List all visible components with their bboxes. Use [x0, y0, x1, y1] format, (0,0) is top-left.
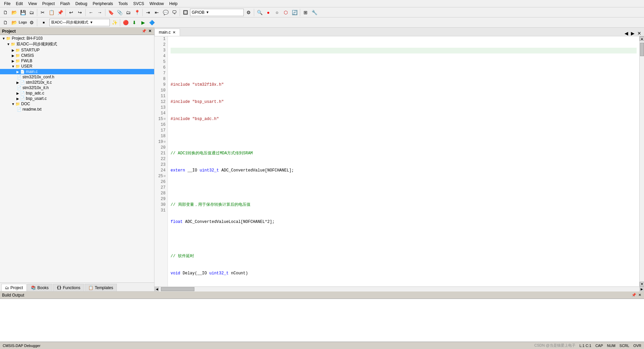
hscroll-thumb[interactable]: [161, 287, 194, 291]
menu-peripherals[interactable]: Peripherals: [90, 1, 116, 7]
tree-fwlb[interactable]: ▶ 📁 FWLB: [0, 58, 154, 64]
tab-books[interactable]: 📚 Books: [27, 284, 52, 291]
editor-tab-mainc[interactable]: main.c ✕: [154, 29, 180, 36]
close-panel-button[interactable]: ✕: [148, 29, 152, 33]
close-editor-tab-icon[interactable]: ✕: [173, 30, 176, 35]
menu-edit[interactable]: Edit: [13, 1, 26, 7]
tab-scroll-left-icon[interactable]: ◀: [623, 31, 630, 36]
cut-button[interactable]: ✂: [39, 8, 47, 16]
tab-close-all-icon[interactable]: ✕: [636, 31, 643, 36]
bookmark2-button[interactable]: 📎: [116, 8, 124, 16]
tree-it-c[interactable]: ▶ 📄 stm32f10x_it.c: [0, 80, 154, 85]
save-all-button[interactable]: 🗂: [28, 8, 36, 16]
tree-root[interactable]: ▼ 📁 Project: BH-F103: [0, 36, 154, 41]
pause-button[interactable]: ○: [273, 8, 281, 16]
bookmark4-button[interactable]: 📍: [133, 8, 141, 16]
scroll-up-button[interactable]: ▲: [640, 36, 644, 41]
logo-button[interactable]: Logo: [19, 18, 27, 27]
menu-window[interactable]: Window: [147, 1, 167, 7]
build-button[interactable]: 🔴: [122, 18, 130, 27]
unindent-button[interactable]: ⇤: [153, 8, 161, 16]
redo-button[interactable]: ↪: [76, 8, 84, 16]
scroll-down-button[interactable]: ▼: [640, 282, 644, 286]
search-button[interactable]: 🔍: [256, 8, 264, 16]
project-settings-button[interactable]: ⚙: [28, 18, 36, 27]
save-button[interactable]: 💾: [19, 8, 27, 16]
tab-functions[interactable]: {} Functions: [53, 284, 84, 291]
expand-root-icon[interactable]: ▼: [1, 37, 6, 40]
hscroll-right-button[interactable]: ▶: [639, 287, 644, 292]
copy-button[interactable]: 📋: [47, 8, 55, 16]
reset-button[interactable]: 🔄: [290, 8, 298, 16]
menu-debug[interactable]: Debug: [73, 1, 90, 7]
menu-file[interactable]: File: [1, 1, 13, 7]
expand-bspadc-icon[interactable]: ▶: [15, 91, 20, 95]
expand-fwlb-icon[interactable]: ▶: [11, 59, 15, 63]
menu-project[interactable]: Project: [40, 1, 57, 7]
download-button[interactable]: ⬇: [130, 18, 138, 27]
uncomment-button[interactable]: 🗨: [170, 8, 178, 16]
comment-button[interactable]: 💬: [162, 8, 170, 16]
expand-itc-icon[interactable]: ▶: [15, 81, 20, 84]
open-project-button[interactable]: 📂: [10, 18, 18, 27]
tree-doc[interactable]: ▼ 📁 DOC: [0, 101, 154, 107]
bookmark3-button[interactable]: 🗂: [124, 8, 132, 16]
target-dropdown[interactable]: GPIOB ▼: [190, 9, 244, 16]
hscroll-left-button[interactable]: ◀: [154, 287, 159, 292]
debug-stop-button[interactable]: 🔷: [148, 18, 156, 27]
code-content[interactable]: #include "stm32f10x.h" #include "bsp_usa…: [168, 36, 639, 286]
scroll-track[interactable]: [640, 41, 644, 282]
tab-templates[interactable]: 📋 Templates: [85, 284, 117, 291]
new-button[interactable]: 🗋: [1, 8, 9, 16]
new-project-button[interactable]: 🗋: [1, 18, 9, 27]
expand-group-icon[interactable]: ▼: [6, 42, 11, 46]
menu-tools[interactable]: Tools: [116, 1, 131, 7]
menu-view[interactable]: View: [26, 1, 40, 7]
menu-svcs[interactable]: SVCS: [131, 1, 147, 7]
expand-user-icon[interactable]: ▼: [11, 65, 15, 68]
fold-19-icon[interactable]: ⊟: [164, 139, 166, 145]
nav-back-button[interactable]: ←: [87, 8, 95, 16]
close-build-button[interactable]: ✕: [638, 293, 642, 297]
tree-group-dual-adc[interactable]: ▼ 📁 双ADC—同步规则模式: [0, 41, 154, 47]
indent-button[interactable]: ⇥: [144, 8, 152, 16]
tree-main-c[interactable]: ▶ 📄 main.c: [0, 69, 154, 74]
tree-bsp-usart[interactable]: ▶ 📄 bsp_usart.c: [0, 96, 154, 101]
pin-button[interactable]: 📌: [141, 29, 147, 33]
project-dropdown[interactable]: 双ADC—同步规则模式 ▼: [49, 19, 110, 26]
tree-user[interactable]: ▼ 📁 USER: [0, 64, 154, 69]
window-button[interactable]: ⊞: [302, 8, 310, 16]
pin-build-button[interactable]: 📌: [631, 293, 637, 297]
magic-wand-button[interactable]: ✨: [110, 18, 119, 27]
nav-forward-button[interactable]: →: [96, 8, 104, 16]
scroll-thumb[interactable]: [640, 43, 644, 56]
settings-button[interactable]: 🔧: [310, 8, 318, 16]
stop-button[interactable]: ⬡: [282, 8, 290, 16]
menu-flash[interactable]: Flash: [57, 1, 73, 7]
hscroll-track[interactable]: [159, 287, 639, 292]
open-button[interactable]: 📂: [10, 8, 18, 16]
fold-15-icon[interactable]: ⊟: [164, 116, 166, 122]
tree-bsp-adc[interactable]: ▶ 📄 bsp_adc.c: [0, 90, 154, 96]
bookmark-button[interactable]: 🔖: [107, 8, 115, 16]
tab-scroll-right-icon[interactable]: ▶: [630, 31, 636, 36]
build-text-button[interactable]: ■: [39, 18, 49, 27]
undo-button[interactable]: ↩: [67, 8, 75, 16]
tab-project[interactable]: 🗂 Project: [1, 284, 27, 291]
tree-conf-h[interactable]: 📄 stm32f10x_conf.h: [0, 74, 154, 80]
expand-bspusart-icon[interactable]: ▶: [15, 97, 20, 101]
debug-start-button[interactable]: ▶: [139, 18, 147, 27]
run-button[interactable]: ●: [264, 8, 272, 16]
expand-startup-icon[interactable]: ▶: [11, 48, 15, 52]
tree-it-h[interactable]: 📄 stm32f10x_it.h: [0, 85, 154, 90]
fold-25-icon[interactable]: ⊟: [164, 173, 166, 179]
tree-cmsis[interactable]: ▶ 📁 CMSIS: [0, 53, 154, 58]
menu-help[interactable]: Help: [167, 1, 180, 7]
paste-button[interactable]: 📌: [56, 8, 64, 16]
expand-doc-icon[interactable]: ▼: [11, 102, 15, 106]
expand-mainc-icon[interactable]: ▶: [15, 70, 20, 74]
dropdown-extra-button[interactable]: ⚙: [244, 8, 252, 16]
tree-startup[interactable]: ▶ 📁 STARTUP: [0, 47, 154, 53]
expand-cmsis-icon[interactable]: ▶: [11, 54, 15, 57]
tree-readme[interactable]: 📄 readme.txt: [0, 107, 154, 112]
